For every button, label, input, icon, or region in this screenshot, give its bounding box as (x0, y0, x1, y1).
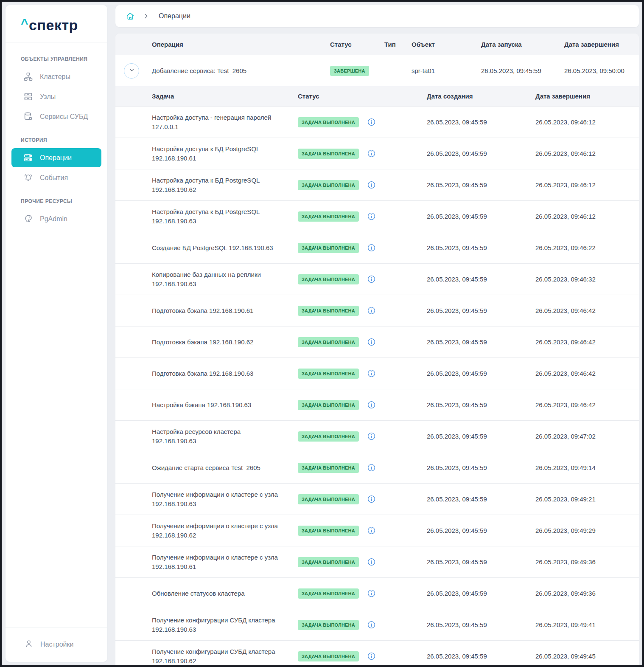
task-name: Подготовка бэкапа 192.168.190.63 (152, 369, 298, 378)
task-name: Подготовка бэкапа 192.168.190.62 (152, 338, 298, 347)
info-icon[interactable] (367, 306, 376, 315)
task-status-badge: ЗАДАЧА ВЫПОЛНЕНА (298, 620, 359, 630)
info-icon[interactable] (367, 463, 376, 472)
col-end-date: Дата завершения (564, 41, 639, 48)
task-finished-date: 26.05.2023, 09:49:45 (535, 653, 639, 660)
task-name: Настройка доступа - генерация паролей 12… (152, 113, 298, 132)
task-name: Ожидание старта сервиса Test_2605 (152, 463, 298, 473)
info-icon[interactable] (367, 620, 376, 629)
task-created-date: 26.05.2023, 09:45:59 (427, 527, 535, 534)
sidebar-item-events[interactable]: События (11, 168, 101, 187)
info-icon[interactable] (367, 212, 376, 221)
table-row: Получение конфигурации СУБД кластера 192… (115, 609, 639, 640)
sidebar-item-label: Кластеры (40, 73, 70, 81)
info-icon[interactable] (367, 180, 376, 189)
task-finished-date: 26.05.2023, 09:46:12 (535, 181, 639, 189)
tasks-table-header: Задача Статус Дата создания Дата заверше… (115, 86, 639, 106)
task-finished-date: 26.05.2023, 09:49:41 (535, 621, 639, 628)
home-icon[interactable] (126, 11, 135, 21)
task-status-badge: ЗАДАЧА ВЫПОЛНЕНА (298, 588, 359, 599)
table-row: Настройка доступа - генерация паролей 12… (115, 106, 639, 138)
task-finished-date: 26.05.2023, 09:46:42 (535, 307, 639, 314)
user-icon (24, 639, 34, 650)
task-finished-date: 26.05.2023, 09:49:14 (535, 464, 639, 471)
task-status-badge: ЗАДАЧА ВЫПОЛНЕНА (298, 494, 359, 504)
table-row: Подготовка бэкапа 192.168.190.63 ЗАДАЧА … (115, 357, 639, 389)
task-status-badge: ЗАДАЧА ВЫПОЛНЕНА (298, 243, 359, 253)
sidebar-nav: ОБЪЕКТЫ УПРАВЛЕНИЯ Кластеры Узлы Сервисы… (6, 42, 107, 628)
task-finished-date: 26.05.2023, 09:49:36 (535, 590, 639, 597)
sidebar-item-clusters[interactable]: Кластеры (11, 67, 101, 86)
task-created-date: 26.05.2023, 09:45:59 (427, 653, 535, 660)
task-name: Подготовка бэкапа 192.168.190.61 (152, 306, 298, 315)
task-name: Получение информации о кластере с узла 1… (152, 490, 298, 509)
task-finished-date: 26.05.2023, 09:46:12 (535, 150, 639, 157)
task-created-date: 26.05.2023, 09:45:59 (427, 213, 535, 220)
task-name: Получение информации о кластере с узла 1… (152, 521, 298, 540)
col-created-date: Дата создания (427, 93, 535, 100)
info-icon[interactable] (367, 526, 376, 535)
task-finished-date: 26.05.2023, 09:46:12 (535, 213, 639, 220)
sidebar-item-label: Операции (40, 154, 72, 162)
info-icon[interactable] (367, 369, 376, 378)
table-row: Получение конфигурации СУБД кластера 192… (115, 640, 639, 667)
logo-text: спектр (29, 17, 78, 33)
task-created-date: 26.05.2023, 09:45:59 (427, 590, 535, 597)
info-icon[interactable] (367, 275, 376, 284)
task-finished-date: 26.05.2023, 09:49:36 (535, 558, 639, 566)
info-icon[interactable] (367, 338, 376, 346)
task-name: Создание БД PostgreSQL 192.168.190.63 (152, 243, 298, 253)
task-created-date: 26.05.2023, 09:45:59 (427, 464, 535, 471)
table-row: Получение информации о кластере с узла 1… (115, 483, 639, 515)
info-icon[interactable] (367, 243, 376, 252)
db-services-icon (23, 112, 33, 121)
task-name: Настройка доступа к БД PostgreSQL 192.16… (152, 207, 298, 226)
sidebar-item-label: Узлы (40, 93, 56, 101)
task-name: Получение конфигурации СУБД кластера 192… (152, 616, 298, 634)
operation-end-date: 26.05.2023, 09:50:00 (564, 67, 639, 74)
sidebar-item-operations[interactable]: Операции (11, 148, 101, 167)
task-status-badge: ЗАДАЧА ВЫПОЛНЕНА (298, 369, 359, 379)
task-name: Настройка ресурсов кластера 192.168.190.… (152, 427, 298, 446)
info-icon[interactable] (367, 400, 376, 409)
task-status-badge: ЗАДАЧА ВЫПОЛНЕНА (298, 180, 359, 190)
info-icon[interactable] (367, 432, 376, 441)
task-finished-date: 26.05.2023, 09:46:42 (535, 338, 639, 346)
info-icon[interactable] (367, 495, 376, 504)
task-status-badge: ЗАДАЧА ВЫПОЛНЕНА (298, 337, 359, 347)
task-name: Получение конфигурации СУБД кластера 192… (152, 647, 298, 666)
table-row: Подготовка бэкапа 192.168.190.61 ЗАДАЧА … (115, 295, 639, 326)
task-name: Обновление статусов кластера (152, 589, 298, 598)
table-row: Копирование баз данных на реплики 192.16… (115, 263, 639, 295)
sidebar-item-pgadmin[interactable]: PgAdmin (11, 209, 101, 228)
sidebar-item-label: Сервисы СУБД (40, 113, 88, 121)
nodes-icon (23, 92, 33, 101)
info-icon[interactable] (367, 652, 376, 661)
info-icon[interactable] (367, 557, 376, 566)
operation-row: Добавление сервиса: Test_2605 ЗАВЕРШЕНА … (115, 55, 639, 86)
col-operation: Операция (152, 41, 330, 48)
task-name: Получение информации о кластере с узла 1… (152, 553, 298, 571)
task-created-date: 26.05.2023, 09:45:59 (427, 338, 535, 346)
task-created-date: 26.05.2023, 09:45:59 (427, 401, 535, 408)
table-row: Подготовка бэкапа 192.168.190.62 ЗАДАЧА … (115, 326, 639, 357)
sidebar-item-nodes[interactable]: Узлы (11, 87, 101, 106)
operation-name: Добавление сервиса: Test_2605 (152, 66, 330, 76)
task-created-date: 26.05.2023, 09:45:59 (427, 181, 535, 189)
info-icon[interactable] (367, 149, 376, 158)
operations-table: Операция Статус Тип Объект Дата запуска … (115, 34, 639, 667)
collapse-operation-button[interactable] (124, 63, 139, 79)
task-status-badge: ЗАДАЧА ВЫПОЛНЕНА (298, 431, 359, 442)
sidebar-item-db-services[interactable]: Сервисы СУБД (11, 107, 101, 126)
task-created-date: 26.05.2023, 09:45:59 (427, 276, 535, 283)
chevron-right-icon (143, 13, 149, 20)
table-row: Настройка ресурсов кластера 192.168.190.… (115, 420, 639, 452)
task-finished-date: 26.05.2023, 09:49:21 (535, 495, 639, 503)
info-icon[interactable] (367, 589, 376, 598)
table-row: Настройка доступа к БД PostgreSQL 192.16… (115, 200, 639, 232)
task-status-badge: ЗАДАЧА ВЫПОЛНЕНА (298, 651, 359, 661)
nav-section-objects: ОБЪЕКТЫ УПРАВЛЕНИЯ (6, 46, 107, 66)
info-icon[interactable] (367, 118, 376, 127)
col-status: Статус (330, 41, 384, 48)
sidebar-item-settings[interactable]: Настройки (6, 628, 107, 662)
